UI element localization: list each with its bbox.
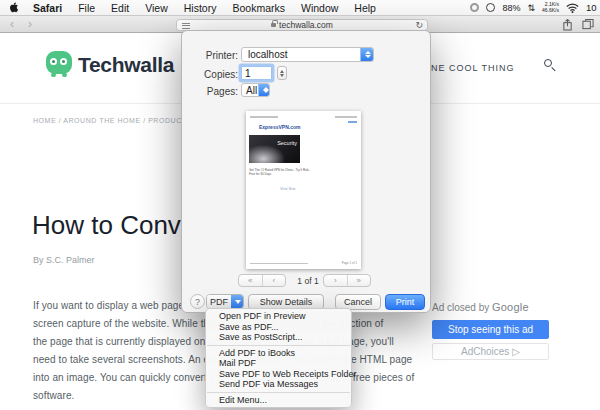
dropdown-stepper-icon	[360, 48, 373, 61]
screen: Safari File Edit View History Bookmarks …	[0, 0, 600, 410]
breadcrumb[interactable]: HOME / AROUND THE HOME / PRODUCTIVITY	[33, 117, 182, 124]
preview-image-caption: Security	[277, 140, 297, 146]
menubar-item-window[interactable]: Window	[301, 2, 338, 14]
pages-label: Pages:	[186, 86, 238, 97]
lock-icon	[271, 23, 276, 27]
menu-item-save-as-postscript[interactable]: Save as PostScript...	[206, 332, 351, 343]
help-button[interactable]: ?	[190, 294, 205, 309]
menubar-item-file[interactable]: File	[78, 2, 95, 14]
preview-link	[348, 121, 357, 123]
preview-ad-image: Security	[249, 135, 300, 163]
menubar-item-view[interactable]: View	[145, 2, 168, 14]
menubar-item-edit[interactable]: Edit	[111, 2, 129, 14]
menu-separator	[207, 392, 350, 393]
menu-separator	[207, 345, 350, 346]
apple-menu-icon[interactable]	[9, 2, 19, 14]
printer-value: localhost	[242, 49, 360, 60]
pagination-back-group: « ‹	[238, 274, 286, 287]
status-swirl-icon[interactable]	[470, 3, 479, 12]
wifi-icon[interactable]	[566, 3, 579, 13]
techwalla-logo-icon[interactable]	[46, 51, 72, 74]
menubar-clock: 10	[586, 2, 600, 13]
menubar-item-help[interactable]: Help	[354, 2, 376, 14]
ad-closed-prefix: Ad closed by	[432, 302, 489, 313]
menu-item-mail-pdf[interactable]: Mail PDF	[206, 358, 351, 369]
adchoices-icon: ▷	[512, 346, 520, 357]
pages-value: All	[242, 85, 258, 96]
pdf-menu-button[interactable]: PDF	[206, 294, 244, 309]
reload-icon[interactable]: ↻	[415, 20, 423, 30]
net-down-speed: 46.6K/s	[542, 7, 559, 13]
article-title: How to Convert a Web Page	[32, 210, 181, 241]
reader-icon[interactable]	[182, 22, 190, 30]
battery-icon[interactable]	[486, 3, 495, 12]
menu-item-send-pdf-via-messages[interactable]: Send PDF via Messages	[206, 379, 351, 390]
nav-item-one-cool-thing[interactable]: ONE COOL THING	[423, 63, 515, 73]
ad-panel: Ad closed by Google Stop seeing this ad …	[432, 301, 552, 360]
preview-page-note: Page 1 of 1	[342, 261, 357, 265]
url-text: techwalla.com	[279, 20, 333, 30]
menubar-item-history[interactable]: History	[184, 2, 217, 14]
first-page-button[interactable]: «	[239, 275, 262, 286]
macos-menubar: Safari File Edit View History Bookmarks …	[0, 0, 600, 16]
last-page-button[interactable]: »	[347, 275, 371, 286]
share-icon[interactable]	[562, 18, 573, 31]
copies-stepper[interactable]	[277, 66, 287, 80]
print-button[interactable]: Print	[385, 294, 425, 310]
menu-item-edit-menu[interactable]: Edit Menu...	[206, 395, 351, 406]
chevron-down-icon	[231, 295, 243, 308]
preview-footer-url	[250, 263, 308, 265]
back-button[interactable]: ‹	[10, 17, 14, 31]
printer-label: Printer:	[186, 50, 238, 61]
site-brand[interactable]: Techwalla	[78, 53, 174, 77]
page-count-label: 1 of 1	[292, 276, 324, 286]
ad-closed-text: Ad closed by Google	[432, 301, 552, 313]
dropdown-stepper-icon	[258, 84, 269, 96]
menu-item-open-pdf-in-preview[interactable]: Open PDF in Preview	[206, 311, 351, 322]
pagination-forward-group: › »	[323, 274, 371, 287]
network-arrows-icon: ⇅	[527, 3, 535, 13]
stop-seeing-ad-button[interactable]: Stop seeing this ad	[432, 320, 549, 339]
battery-percent: 88%	[502, 3, 520, 13]
menubar-item-bookmarks[interactable]: Bookmarks	[232, 2, 285, 14]
article-byline: By S.C. Palmer	[33, 255, 95, 265]
google-logo-text: Google	[492, 301, 529, 313]
prev-page-button[interactable]: ‹	[262, 275, 286, 286]
printer-dropdown[interactable]: localhost	[241, 47, 374, 62]
menu-item-save-pdf-to-web-receipts[interactable]: Save PDF to Web Receipts Folder	[206, 369, 351, 380]
preview-header-right	[335, 116, 357, 118]
copies-label: Copies:	[186, 69, 238, 80]
print-preview-page: ExpressVPN.com Security Get The #1 Rated…	[246, 111, 361, 269]
preview-ad-line: Free for 30 Days	[249, 172, 271, 176]
menu-item-save-as-pdf[interactable]: Save as PDF...	[206, 322, 351, 333]
pdf-dropdown-menu: Open PDF in Preview Save as PDF... Save …	[205, 308, 352, 408]
network-speeds: 2.1K/s 46.6K/s	[542, 2, 559, 13]
tab-overview-icon[interactable]	[582, 18, 594, 31]
search-icon[interactable]	[544, 59, 557, 72]
copies-input[interactable]	[241, 66, 272, 80]
preview-header-left	[250, 116, 278, 118]
adchoices-button[interactable]: AdChoices ▷	[432, 343, 549, 360]
print-dialog: Printer: localhost Copies: Pages: All Ex…	[181, 30, 431, 313]
forward-button[interactable]: ›	[28, 17, 32, 31]
adchoices-label: AdChoices	[461, 346, 509, 357]
next-page-button[interactable]: ›	[324, 275, 347, 286]
menubar-status-area: 88% ⇅ 2.1K/s 46.6K/s 10	[470, 2, 600, 13]
preview-visit-site: Visit Site	[280, 186, 296, 191]
preview-site-name: ExpressVPN.com	[259, 124, 300, 130]
pdf-button-label: PDF	[207, 295, 231, 308]
menu-item-add-pdf-to-ibooks[interactable]: Add PDF to iBooks	[206, 348, 351, 359]
menubar-item-safari[interactable]: Safari	[33, 2, 62, 14]
address-bar[interactable]: techwalla.com ↻	[176, 19, 428, 31]
pages-dropdown[interactable]: All	[241, 83, 270, 97]
